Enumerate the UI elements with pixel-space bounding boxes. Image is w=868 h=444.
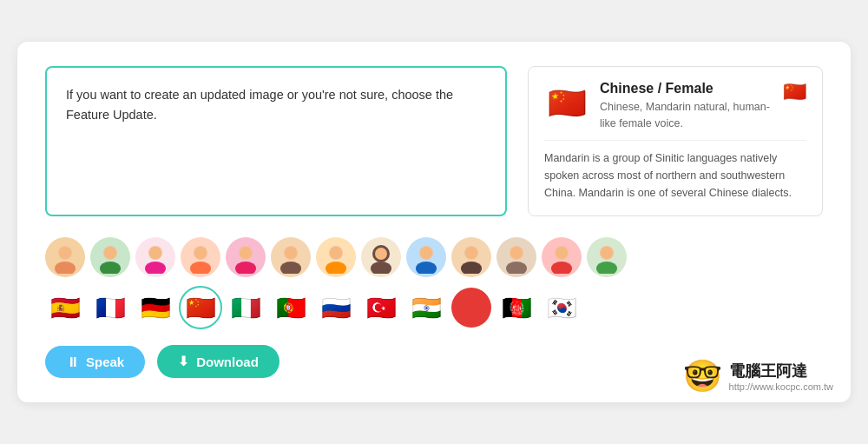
flag-hindi[interactable]: 🇮🇳 [406, 288, 446, 328]
avatar-2[interactable] [90, 237, 130, 277]
download-button[interactable]: ⬇ Download [157, 345, 279, 378]
svg-point-37 [596, 262, 617, 274]
svg-point-32 [510, 247, 523, 259]
svg-point-38 [601, 247, 613, 259]
voice-subtitle: Chinese, Mandarin natural, human-like fe… [600, 99, 773, 132]
watermark-inner: 🤓 電腦王阿達 http://www.kocpc.com.tw [683, 361, 833, 392]
avatars-row [45, 237, 823, 277]
svg-point-1 [55, 262, 76, 274]
flag-spanish[interactable]: 🇪🇸 [45, 288, 85, 328]
flag-red[interactable] [451, 288, 491, 328]
speak-label: Speak [86, 355, 124, 369]
watermark: 🤓 電腦王阿達 http://www.kocpc.com.tw [683, 361, 833, 392]
svg-point-10 [190, 262, 211, 274]
download-icon: ⬇ [178, 354, 189, 369]
watermark-title: 電腦王阿達 [729, 361, 833, 381]
flag-afghan[interactable]: 🇦🇫 [496, 288, 536, 328]
flag-french[interactable]: 🇫🇷 [90, 288, 130, 328]
svg-point-5 [104, 247, 116, 259]
svg-point-28 [461, 262, 482, 274]
svg-point-2 [59, 247, 71, 259]
avatar-9[interactable] [406, 237, 446, 277]
svg-point-8 [149, 247, 161, 259]
voice-flag-circle: 🇨🇳 [544, 81, 589, 126]
flag-portuguese[interactable]: 🇵🇹 [271, 288, 311, 328]
flags-row: 🇪🇸 🇫🇷 🇩🇪 🇨🇳 🇮🇹 🇵🇹 🇷🇺 🇹🇷 🇮🇳 🇦🇫 🇰🇷 [45, 288, 823, 328]
avatar-6[interactable] [271, 237, 311, 277]
voice-flag-small: 🇨🇳 [783, 81, 806, 103]
svg-point-7 [145, 262, 166, 274]
avatar-10[interactable] [451, 237, 491, 277]
main-card: If you want to create an updated image o… [17, 42, 851, 403]
svg-point-25 [416, 262, 437, 274]
voice-title: Chinese / Female [600, 81, 773, 96]
speak-icon: ⏸ [66, 355, 79, 369]
flag-turkish[interactable]: 🇹🇷 [361, 288, 401, 328]
voice-card-header: 🇨🇳 Chinese / Female Chinese, Mandarin na… [544, 81, 806, 132]
avatar-11[interactable] [496, 237, 536, 277]
flag-italian[interactable]: 🇮🇹 [226, 288, 266, 328]
avatar-5[interactable] [226, 237, 266, 277]
svg-point-20 [330, 247, 342, 259]
svg-point-34 [551, 262, 572, 274]
avatar-8[interactable] [361, 237, 401, 277]
speak-button[interactable]: ⏸ Speak [45, 346, 145, 378]
flag-korean[interactable]: 🇰🇷 [542, 288, 582, 328]
avatar-3[interactable] [135, 237, 175, 277]
svg-point-19 [326, 262, 346, 274]
svg-point-13 [235, 262, 256, 274]
voice-description: Mandarin is a group of Sinitic languages… [544, 140, 806, 202]
svg-point-17 [285, 247, 297, 259]
download-label: Download [196, 355, 259, 369]
avatar-4[interactable] [181, 237, 220, 277]
voice-card: 🇨🇳 Chinese / Female Chinese, Mandarin na… [528, 66, 823, 217]
info-text: If you want to create an updated image o… [66, 88, 453, 122]
voice-info: Chinese / Female Chinese, Mandarin natur… [600, 81, 773, 132]
svg-point-22 [375, 248, 387, 260]
flag-russian[interactable]: 🇷🇺 [316, 288, 356, 328]
svg-point-29 [465, 247, 477, 259]
flag-chinese[interactable]: 🇨🇳 [181, 288, 220, 328]
svg-point-35 [556, 247, 568, 259]
svg-point-16 [280, 262, 301, 274]
svg-point-14 [240, 247, 252, 259]
svg-point-26 [420, 247, 432, 259]
top-row: If you want to create an updated image o… [45, 66, 823, 217]
watermark-text: 電腦王阿達 http://www.kocpc.com.tw [729, 361, 833, 392]
watermark-url: http://www.kocpc.com.tw [729, 381, 833, 392]
info-box: If you want to create an updated image o… [45, 66, 507, 217]
avatar-1[interactable] [45, 237, 85, 277]
flag-german[interactable]: 🇩🇪 [135, 288, 175, 328]
svg-point-11 [194, 247, 207, 259]
svg-point-4 [100, 262, 121, 274]
avatar-12[interactable] [542, 237, 582, 277]
avatar-13[interactable] [587, 237, 627, 277]
avatar-7[interactable] [316, 237, 356, 277]
svg-point-23 [371, 262, 391, 274]
svg-point-31 [506, 262, 527, 274]
watermark-emoji: 🤓 [683, 361, 722, 392]
